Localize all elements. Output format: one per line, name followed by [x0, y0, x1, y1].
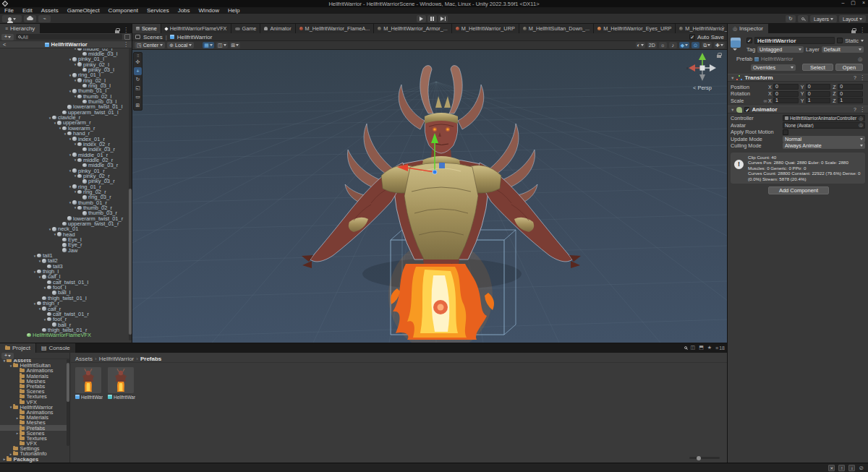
hierarchy-row[interactable]: pinky_03_l	[0, 67, 128, 72]
tab-m-hellfritwarrior-armor-[interactable]: M_HellfritWarrior_Armor_...	[374, 24, 452, 33]
step-button[interactable]	[438, 15, 448, 22]
menu-window[interactable]: Window	[195, 7, 224, 14]
animator-enabled-checkbox[interactable]	[744, 107, 749, 112]
panel-menu-icon[interactable]: ⋮	[123, 27, 129, 33]
tab-console[interactable]: ▤Console	[36, 343, 76, 353]
progress-indicator-icon[interactable]: ⊘	[859, 465, 864, 471]
breadcrumb-scenes[interactable]: Scenes	[143, 34, 163, 40]
lock-icon[interactable]	[115, 30, 119, 33]
console-messages-icon[interactable]: i	[848, 465, 855, 471]
scene-visibility-icon[interactable]	[124, 34, 130, 40]
transform-tool[interactable]: ⊞	[134, 102, 142, 110]
undo-history-button[interactable]: ↻	[786, 15, 796, 22]
tab-scene[interactable]: Scene	[132, 24, 161, 33]
avatar-field[interactable]: None (Avatar)◎	[783, 122, 865, 129]
axis-field-z[interactable]: 0	[838, 84, 863, 90]
rotate-tool[interactable]: ↻	[134, 76, 142, 84]
hierarchy-row[interactable]: ▾tail2	[0, 258, 128, 263]
scene-lighting-button[interactable]: ☼	[659, 42, 667, 48]
autosave-checkbox[interactable]	[689, 34, 695, 40]
breadcrumb-item[interactable]: HellfritWarrior	[99, 356, 135, 362]
layer-dropdown[interactable]: Default	[822, 46, 864, 53]
gizmos-dropdown[interactable]: ✚	[714, 42, 725, 48]
axis-field-y[interactable]: 1	[806, 98, 831, 103]
search-by-label-icon[interactable]: ⬒	[699, 345, 704, 351]
hierarchy-row[interactable]: HellfritWarriorFlameVFX	[0, 332, 128, 338]
update-mode-dropdown[interactable]: Normal	[783, 136, 865, 142]
minimize-button[interactable]: –	[841, 0, 844, 6]
add-component-button[interactable]: Add Component	[768, 186, 829, 194]
prefab-picker-icon[interactable]: ◎	[858, 56, 862, 62]
tab-m-hellfritwarrior-flamea-[interactable]: M_HellfritWarrior_FlameA...	[296, 24, 375, 33]
overrides-dropdown[interactable]: Overrides	[751, 64, 796, 71]
help-icon[interactable]: ?	[854, 107, 856, 113]
static-checkbox[interactable]	[837, 38, 843, 43]
prefab-back-arrow[interactable]: <	[0, 41, 9, 48]
project-tree-row[interactable]: ▸Packages	[0, 457, 67, 462]
hierarchy-row[interactable]: middle_03_l	[0, 51, 128, 56]
axis-field-z[interactable]: 0	[838, 91, 863, 97]
favorites-icon[interactable]: ★	[707, 345, 712, 351]
lock-icon[interactable]	[851, 30, 856, 33]
menu-file[interactable]: File	[0, 7, 18, 14]
hierarchy-row[interactable]: ▾thigh_r	[0, 301, 128, 306]
breadcrumb-item[interactable]: Assets	[75, 356, 93, 362]
menu-assets[interactable]: Assets	[37, 7, 63, 14]
pause-button[interactable]	[427, 15, 437, 22]
scene-visibility-button[interactable]: ⊙	[692, 42, 699, 48]
component-menu-icon[interactable]: ⋮	[859, 75, 865, 81]
orientation-dropdown[interactable]: ⊕Local	[167, 42, 194, 48]
cloud-button[interactable]	[24, 15, 36, 22]
scale-link-icon[interactable]: ∞	[762, 98, 768, 103]
breadcrumb-scene-name[interactable]: HellfritWarrior	[177, 34, 213, 40]
pivot-mode-dropdown[interactable]: ◳Center	[135, 42, 165, 48]
grid-visibility-button[interactable]: ▦	[203, 42, 214, 48]
tool-settings-button[interactable]: ⊞	[230, 42, 241, 48]
palette-drag-handle[interactable]: ⠿	[134, 53, 142, 58]
create-asset-button[interactable]: +	[1, 353, 14, 359]
scene-audio-button[interactable]: ♪	[669, 42, 677, 48]
gizmo-lock-icon[interactable]	[717, 55, 721, 58]
tab-overflow-icon[interactable]: ⋮	[720, 25, 726, 32]
tab-hellfritwarriorflamevfx[interactable]: HellfritWarriorFlameVFX	[161, 24, 231, 33]
hierarchy-row[interactable]: ▾lowerarm_r	[0, 126, 128, 131]
scene-render[interactable]	[132, 50, 727, 343]
menu-component[interactable]: Component	[104, 7, 142, 14]
tab-m-hellfritsultan-down-[interactable]: M_HellfritSultan_Down_...	[519, 24, 594, 33]
hierarchy-scrollbar[interactable]	[129, 48, 132, 340]
static-dropdown-icon[interactable]	[861, 40, 864, 42]
animator-component-header[interactable]: ▼ Animator ?⋮	[728, 106, 868, 113]
project-item[interactable]: HellfritWarrior	[75, 367, 103, 400]
hierarchy-row[interactable]: ▾tail1	[0, 253, 128, 258]
scale-tool[interactable]: ◱	[134, 85, 142, 93]
tab-inspector[interactable]: ◎Inspector	[728, 24, 769, 33]
object-picker-icon[interactable]: ◎	[859, 116, 863, 121]
prefab-header-menu-icon[interactable]: ⋮	[123, 42, 132, 48]
controller-field[interactable]: HellfritWarriorAnimatorController◎	[783, 115, 865, 121]
hierarchy-row[interactable]: index_03_r	[0, 147, 128, 152]
object-picker-icon[interactable]: ◎	[859, 122, 863, 128]
thumbnail-size-slider[interactable]	[689, 457, 720, 459]
maximize-button[interactable]: ▢	[851, 0, 856, 6]
project-tree-scrollbar[interactable]	[67, 359, 69, 446]
menu-help[interactable]: Help	[224, 7, 244, 14]
add-gameobject-button[interactable]: +	[1, 34, 14, 40]
tab-hierarchy[interactable]: ≡Hierarchy	[0, 24, 41, 33]
rect-tool[interactable]: ▭	[134, 93, 142, 101]
tab-animator[interactable]: Animator	[260, 24, 295, 33]
gameobject-name-field[interactable]: HellfritWarrior	[754, 37, 835, 44]
orientation-gizmo[interactable]: x < Persp	[682, 53, 723, 91]
search-icon[interactable]	[684, 346, 687, 349]
axis-field-x[interactable]: 0	[773, 91, 799, 97]
hierarchy-row[interactable]: ▾ring_01_r	[0, 184, 128, 189]
version-control-button[interactable]: ⌁	[38, 15, 51, 22]
breadcrumb-item[interactable]: Prefabs	[140, 356, 161, 362]
root-motion-checkbox[interactable]	[783, 129, 788, 135]
view-hand-tool[interactable]: ✣	[134, 59, 142, 66]
panel-menu-icon[interactable]: ⋮	[859, 27, 865, 33]
hierarchy-search-input[interactable]: All	[16, 34, 122, 40]
hierarchy-row[interactable]: ▾hand_r	[0, 131, 128, 136]
scene-effects-dropdown[interactable]: ◆	[679, 42, 689, 48]
hierarchy-row[interactable]: ▾ring_01_l	[0, 72, 128, 77]
hierarchy-row[interactable]: pinky_03_r	[0, 179, 128, 184]
